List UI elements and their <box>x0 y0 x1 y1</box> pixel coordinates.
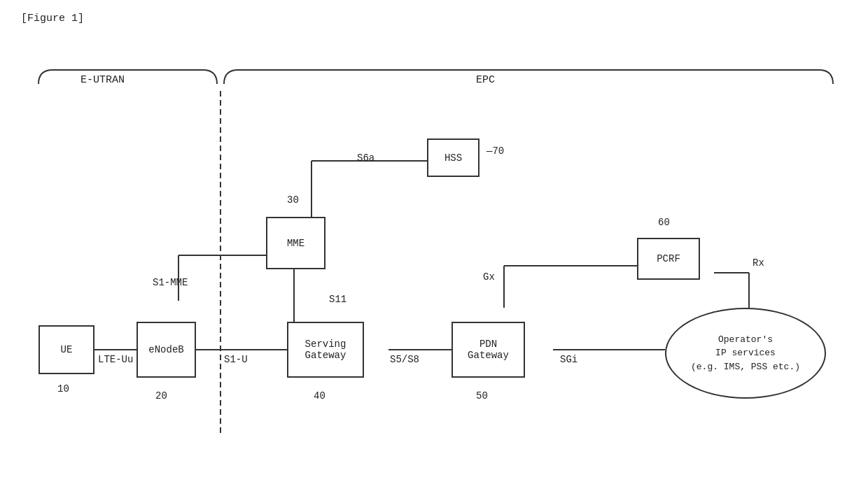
pcrf-number: 60 <box>658 217 670 228</box>
pcrf-box: PCRF <box>637 238 700 280</box>
serving-gw-label: Serving Gateway <box>305 339 346 361</box>
hss-label: HSS <box>444 152 462 164</box>
mme-box: MME <box>266 217 326 269</box>
serving-gw-box: Serving Gateway <box>287 322 364 378</box>
lte-uu-label: LTE-Uu <box>98 354 133 365</box>
pdn-gw-label: PDN Gateway <box>468 339 509 361</box>
enodeb-number: 20 <box>155 390 167 401</box>
region-e-utran: E-UTRAN <box>80 74 125 86</box>
diagram: [Figure 1] E-UTRAN EPC UE 10 LTE-Uu eNod… <box>0 0 868 491</box>
pcrf-label: PCRF <box>657 253 680 264</box>
mme-label: MME <box>287 238 304 249</box>
operator-label: Operator's IP services (e.g. IMS, PSS et… <box>691 333 800 374</box>
hss-number: 70 <box>492 145 504 157</box>
s1-u-label: S1-U <box>224 354 248 365</box>
figure-title: [Figure 1] <box>21 13 84 24</box>
hss-box: HSS <box>427 138 479 177</box>
s6a-label: S6a <box>357 152 374 164</box>
rx-label: Rx <box>752 257 764 269</box>
region-epc: EPC <box>476 74 495 86</box>
operator-ellipse: Operator's IP services (e.g. IMS, PSS et… <box>665 308 826 399</box>
s1-mme-label: S1-MME <box>153 277 188 288</box>
enodeb-label: eNodeB <box>148 344 183 355</box>
gx-label: Gx <box>483 271 495 283</box>
serving-gw-number: 40 <box>314 390 326 401</box>
mme-number: 30 <box>287 194 299 206</box>
sgi-label: SGi <box>560 354 578 365</box>
enodeb-box: eNodeB <box>136 322 196 378</box>
s5s8-label: S5/S8 <box>390 354 419 365</box>
pdn-gw-number: 50 <box>476 390 488 401</box>
pdn-gw-box: PDN Gateway <box>451 322 525 378</box>
ue-label: UE <box>61 344 73 355</box>
ue-number: 10 <box>57 383 69 394</box>
ue-box: UE <box>38 325 94 374</box>
s11-label: S11 <box>329 294 346 305</box>
